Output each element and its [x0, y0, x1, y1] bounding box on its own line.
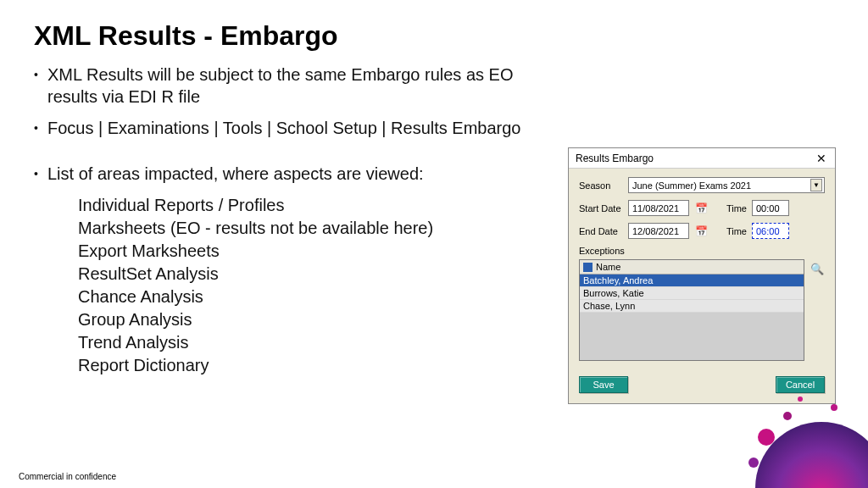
season-row: Season June (Summer) Exams 2021 ▼ — [579, 177, 825, 193]
exceptions-listbox[interactable]: Name Batchley, Andrea Burrows, Katie Cha… — [579, 259, 804, 361]
dialog-body: Season June (Summer) Exams 2021 ▼ Start … — [569, 169, 835, 368]
season-label: Season — [579, 180, 623, 191]
bullet-2-text: Focus | Examinations | Tools | School Se… — [47, 117, 834, 139]
search-icon[interactable]: 🔍 — [810, 261, 825, 276]
chevron-down-icon: ▼ — [810, 179, 822, 191]
start-date-input[interactable]: 11/08/2021 — [628, 200, 689, 216]
list-item[interactable]: Batchley, Andrea — [580, 274, 804, 287]
time-label: Time — [723, 203, 747, 214]
end-time-input[interactable]: 06:00 — [752, 223, 789, 239]
slide: XML Results - Embargo • XML Results will… — [0, 0, 868, 488]
list-item[interactable]: Chase, Lynn — [580, 300, 804, 313]
list-item[interactable]: Burrows, Katie — [580, 287, 804, 300]
bullet-dot: • — [34, 64, 47, 108]
exceptions-label: Exceptions — [579, 246, 825, 256]
name-column-header: Name — [596, 262, 620, 272]
slide-title: XML Results - Embargo — [34, 20, 834, 52]
bullet-dot: • — [34, 117, 47, 139]
bullet-1: • XML Results will be subject to the sam… — [34, 64, 834, 108]
dialog-footer: Save Cancel — [569, 368, 835, 403]
close-icon[interactable]: ✕ — [813, 152, 830, 164]
start-date-row: Start Date 11/08/2021 📅 Time 00:00 — [579, 200, 825, 216]
list-header[interactable]: Name — [580, 260, 804, 274]
season-select[interactable]: June (Summer) Exams 2021 ▼ — [628, 177, 825, 193]
end-date-input[interactable]: 12/08/2021 — [628, 223, 689, 239]
bullet-1-text: XML Results will be subject to the same … — [47, 64, 834, 108]
svg-point-6 — [831, 404, 837, 411]
bullet-dot: • — [34, 163, 47, 185]
start-date-label: Start Date — [579, 203, 623, 214]
start-time-input[interactable]: 00:00 — [752, 200, 789, 216]
svg-point-3 — [748, 458, 759, 468]
calendar-icon[interactable]: 📅 — [694, 202, 708, 215]
footer-label: Commercial in confidence — [19, 472, 116, 481]
svg-point-0 — [755, 422, 868, 488]
dialog-titlebar: Results Embargo ✕ — [569, 148, 835, 169]
bullet-2: • Focus | Examinations | Tools | School … — [34, 117, 834, 139]
cancel-button[interactable]: Cancel — [776, 376, 825, 393]
svg-point-2 — [783, 412, 792, 420]
dialog-title: Results Embargo — [576, 152, 654, 164]
svg-point-1 — [758, 429, 775, 446]
time-label: Time — [723, 226, 747, 236]
save-button[interactable]: Save — [579, 376, 628, 393]
calendar-icon[interactable]: 📅 — [694, 225, 708, 238]
exceptions-container: Name Batchley, Andrea Burrows, Katie Cha… — [579, 259, 825, 361]
end-date-label: End Date — [579, 226, 623, 236]
end-date-row: End Date 12/08/2021 📅 Time 06:00 — [579, 223, 825, 239]
results-embargo-dialog: Results Embargo ✕ Season June (Summer) E… — [568, 147, 836, 404]
season-value: June (Summer) Exams 2021 — [632, 180, 751, 191]
header-icon — [583, 263, 593, 272]
